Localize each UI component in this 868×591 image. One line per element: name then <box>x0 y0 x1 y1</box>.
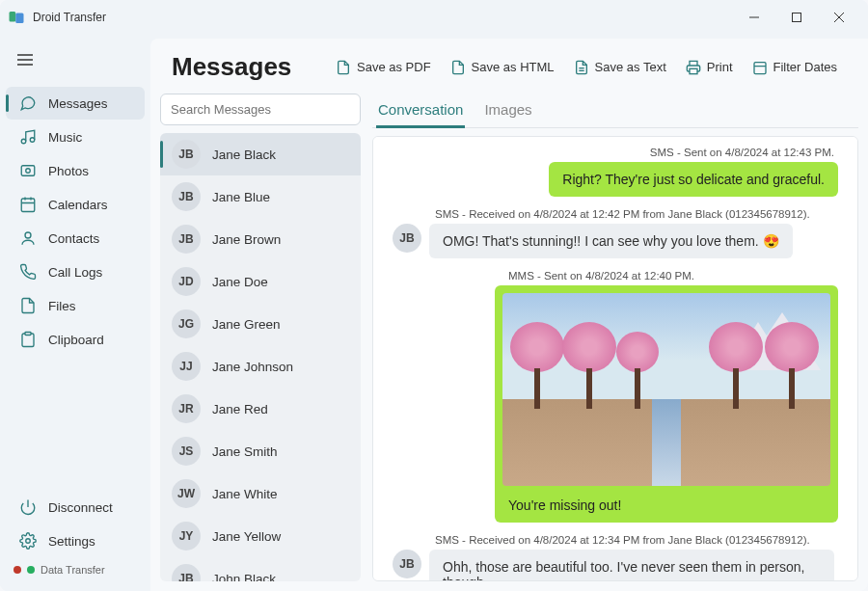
contact-list[interactable]: JBJane BlackJBJane BlueJBJane BrownJDJan… <box>160 133 361 581</box>
sidebar-item-label: Messages <box>48 96 108 111</box>
avatar: JB <box>172 225 201 254</box>
sidebar-item-label: Calendars <box>48 198 108 212</box>
contact-item[interactable]: JJJane Johnson <box>160 345 361 388</box>
contact-item[interactable]: JSJane Smith <box>160 430 361 472</box>
sidebar-item-clipboard[interactable]: Clipboard <box>6 323 145 356</box>
avatar: JS <box>172 437 201 466</box>
contact-item[interactable]: JRJane Red <box>160 388 361 430</box>
avatar: JW <box>172 479 201 508</box>
avatar: JB <box>393 550 421 578</box>
footer-item-label: Disconnect <box>48 500 113 515</box>
avatar: JD <box>172 267 201 296</box>
messages-area[interactable]: SMS - Sent on 4/8/2024 at 12:43 PM. Righ… <box>372 136 858 581</box>
contact-item[interactable]: JBJane Brown <box>160 218 361 260</box>
sidebar-item-label: Music <box>48 130 82 145</box>
avatar: JR <box>172 394 201 423</box>
mms-bubble: You're missing out! <box>495 285 838 523</box>
sidebar-item-call-logs[interactable]: Call Logs <box>6 255 145 288</box>
sidebar-item-files[interactable]: Files <box>6 289 145 322</box>
svg-rect-18 <box>25 333 31 336</box>
message-received: SMS - Received on 4/8/2024 at 12:42 PM f… <box>393 208 838 258</box>
print-button[interactable]: Print <box>676 56 743 79</box>
sidebar-item-calendars[interactable]: Calendars <box>6 188 145 221</box>
svg-point-12 <box>26 169 31 174</box>
minimize-button[interactable] <box>733 4 775 31</box>
contact-name: Jane Red <box>212 402 268 416</box>
sidebar-item-label: Contacts <box>48 231 99 246</box>
contact-name: Jane Blue <box>212 190 270 204</box>
page-header: Messages Save as PDF Save as HTML Save a… <box>150 39 868 92</box>
sidebar-item-photos[interactable]: Photos <box>6 154 145 187</box>
text-icon <box>574 60 589 75</box>
tab-conversation[interactable]: Conversation <box>376 95 465 127</box>
svg-point-19 <box>26 539 31 544</box>
contact-name: Jane Green <box>212 317 281 332</box>
close-button[interactable] <box>818 4 860 31</box>
svg-rect-23 <box>754 62 766 73</box>
sidebar: Messages Music Photos Calendars Contacts <box>0 35 150 591</box>
avatar: JY <box>172 522 201 551</box>
sidebar-item-contacts[interactable]: Contacts <box>6 222 145 255</box>
disconnect-button[interactable]: Disconnect <box>6 491 145 524</box>
phone-icon <box>19 263 37 281</box>
contact-item[interactable]: JYJane Yellow <box>160 515 361 557</box>
sidebar-item-label: Clipboard <box>48 333 104 347</box>
contact-item[interactable]: JBJane Blue <box>160 175 361 218</box>
svg-rect-3 <box>793 13 801 22</box>
contact-item[interactable]: JBJane Black <box>160 133 361 175</box>
save-pdf-button[interactable]: Save as PDF <box>326 56 441 79</box>
message-meta: SMS - Sent on 4/8/2024 at 12:43 PM. <box>393 147 838 158</box>
status-dot-red <box>14 566 21 574</box>
message-bubble: OMG! That's stunning!! I can see why you… <box>429 224 793 258</box>
photos-icon <box>19 162 37 179</box>
avatar: JB <box>172 182 201 211</box>
app-title: Droid Transfer <box>33 11 106 24</box>
svg-rect-13 <box>21 199 35 212</box>
svg-rect-1 <box>15 13 23 24</box>
settings-button[interactable]: Settings <box>6 524 145 557</box>
contacts-icon <box>19 229 37 247</box>
contact-name: Jane Smith <box>212 444 278 459</box>
status-bar: Data Transfer <box>0 558 150 585</box>
tab-images[interactable]: Images <box>482 95 533 127</box>
tabs: Conversation Images <box>372 92 858 128</box>
contact-item[interactable]: JDJane Doe <box>160 260 361 303</box>
footer-item-label: Settings <box>48 534 95 549</box>
search-input[interactable] <box>160 94 361 125</box>
sidebar-item-label: Photos <box>48 164 89 178</box>
sidebar-item-music[interactable]: Music <box>6 121 145 153</box>
message-sent: SMS - Sent on 4/8/2024 at 12:43 PM. Righ… <box>393 147 838 197</box>
save-html-button[interactable]: Save as HTML <box>441 56 564 79</box>
music-icon <box>19 128 37 146</box>
menu-toggle[interactable] <box>0 50 150 86</box>
messages-icon <box>19 94 37 112</box>
sidebar-item-label: Call Logs <box>48 265 102 280</box>
message-meta: SMS - Received on 4/8/2024 at 12:42 PM f… <box>393 208 838 220</box>
contact-name: Jane White <box>212 487 278 501</box>
status-text: Data Transfer <box>41 564 105 576</box>
mms-image <box>502 293 830 486</box>
svg-rect-22 <box>690 68 697 73</box>
print-icon <box>686 60 701 75</box>
contact-name: Jane Johnson <box>212 360 293 374</box>
message-received: SMS - Received on 4/8/2024 at 12:34 PM f… <box>393 534 838 581</box>
page-title: Messages <box>172 52 291 82</box>
message-meta: MMS - Sent on 4/8/2024 at 12:40 PM. <box>393 270 838 282</box>
save-text-button[interactable]: Save as Text <box>564 56 676 79</box>
message-meta: SMS - Received on 4/8/2024 at 12:34 PM f… <box>393 534 838 546</box>
gear-icon <box>19 532 37 550</box>
contact-name: Jane Black <box>212 148 276 162</box>
filter-dates-button[interactable]: Filter Dates <box>743 56 847 79</box>
app-icon <box>8 9 25 26</box>
maximize-button[interactable] <box>775 4 818 31</box>
avatar: JB <box>172 564 201 581</box>
contact-item[interactable]: JGJane Green <box>160 303 361 345</box>
file-icon <box>19 297 37 314</box>
html-icon <box>450 60 466 75</box>
contact-name: Jane Brown <box>212 232 281 247</box>
status-dot-green <box>27 566 35 574</box>
contact-item[interactable]: JBJohn Black <box>160 557 361 581</box>
contact-item[interactable]: JWJane White <box>160 472 361 515</box>
sidebar-item-messages[interactable]: Messages <box>6 87 145 120</box>
calendar-icon <box>19 196 37 213</box>
